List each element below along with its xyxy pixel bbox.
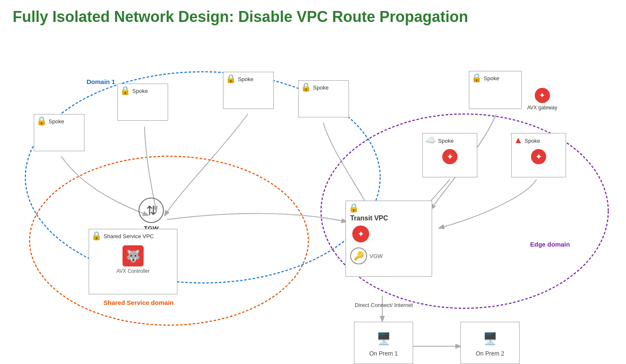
onprem1-label: On Prem 1 [369,350,398,357]
spoke3-box: 🔒 Spoke [223,72,274,109]
transit-vpc-icon: 🔒 [348,203,359,213]
onprem2-icon: 🖥️ [481,329,499,348]
spoke2-label: Spoke [132,88,148,94]
spoke3-label: Spoke [238,76,253,82]
onprem2-label: On Prem 2 [476,350,504,357]
vgw-label: VGW [370,253,383,259]
spoke2-box: 🔒 Spoke [117,84,168,121]
spoke3-vpc-icon: 🔒 [226,73,236,84]
diagram-area: Domain 1 Edge domain Shared Service doma… [0,34,626,364]
spoke5-box: 🔒 Spoke [469,71,522,109]
edge-domain-label: Edge domain [530,241,570,248]
spoke6-box: ☁️ Spoke ✦ [422,133,477,177]
transit-vpc-box: 🔒 Transit VPC ✦ 🔑 VGW [346,201,432,277]
spoke1-vpc-icon: 🔒 [36,116,47,126]
onprem2-box: 🖥️ On Prem 2 [460,322,520,364]
spoke4-vpc-icon: 🔒 [301,82,311,92]
spoke1-label: Spoke [49,118,64,125]
onprem1-box: 🖥️ On Prem 1 [354,322,413,364]
tgw-icon: ⇅ [139,198,164,223]
shared-service-vpc-box: 🔒 Shared Service VPC 🐺 AVX Controller [89,229,177,294]
spoke5-label: Spoke [484,75,499,81]
spoke5-vpc-icon: 🔒 [471,73,482,83]
avx-controller-label: AVX Controller [117,268,150,274]
spoke4-label: Spoke [313,84,329,91]
avx-gateway-node: ✦ AVX gateway [527,88,557,111]
spoke7-box: ▲ Spoke ✦ [511,133,566,177]
spoke6-cloud-icon: ☁️ [425,135,436,146]
shared-service-domain-label: Shared Service domain [103,299,174,306]
shared-service-vpc-label: Shared Service VPC [103,233,154,239]
page-title: Fully Isolated Network Design: Disable V… [0,0,626,26]
spoke6-avx-icon: ✦ [442,149,457,164]
spoke2-vpc-icon: 🔒 [120,85,131,95]
transit-vpc-label: Transit VPC [350,215,388,222]
spoke6-label: Spoke [438,138,454,144]
avx-controller-icon: 🐺 [122,245,144,266]
transit-avx-icon: ✦ [352,225,369,242]
shared-service-vpc-icon: 🔒 [91,231,102,241]
avx-gateway-label: AVX gateway [527,105,557,111]
spoke7-gcp-icon: ▲ [514,135,523,146]
direct-connect-label: Direct Connect/ Internet [355,302,413,308]
tgw-node: ⇅ TGW [139,198,164,232]
avx-gateway-icon: ✦ [535,88,550,103]
vgw-icon: 🔑 [350,247,367,264]
domain1-label: Domain 1 [87,78,115,85]
spoke7-label: Spoke [525,138,540,144]
onprem1-icon: 🖥️ [374,329,393,348]
spoke1-box: 🔒 Spoke [34,114,84,151]
spoke4-box: 🔒 Spoke [298,80,349,117]
spoke7-avx-icon: ✦ [531,149,546,164]
